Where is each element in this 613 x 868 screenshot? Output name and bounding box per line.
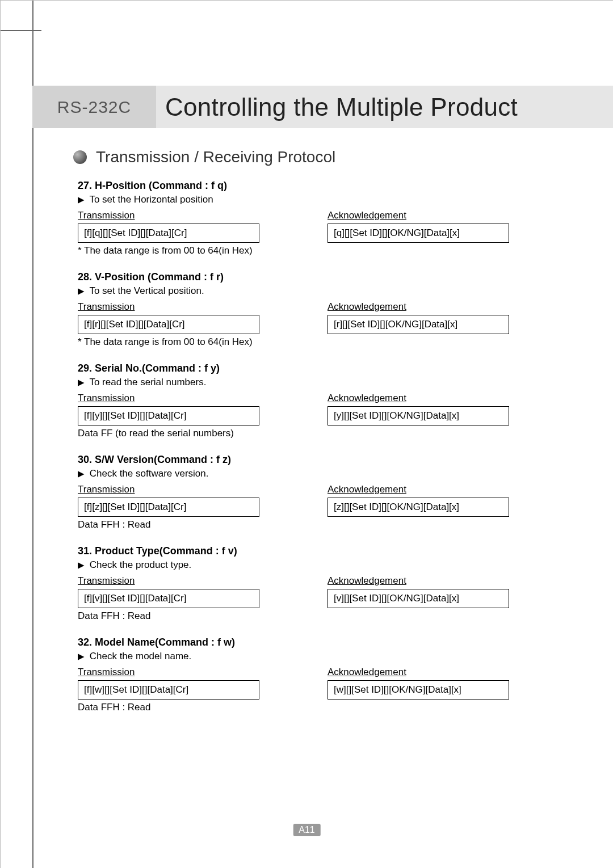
acknowledgement-code: [v][][Set ID][][OK/NG][Data][x] [328, 589, 509, 608]
play-icon: ▶ [78, 469, 85, 478]
transmission-code: [f][w][][Set ID][][Data][Cr] [78, 680, 259, 700]
acknowledgement-code: [z][][Set ID][][OK/NG][Data][x] [328, 498, 509, 517]
transmission-code: [f][z][][Set ID][][Data][Cr] [78, 498, 259, 517]
transmission-code: [f][y][][Set ID][][Data][Cr] [78, 406, 259, 425]
bullet-icon [73, 150, 87, 164]
acknowledgement-column: Acknowledgement[y][][Set ID][][OK/NG][Da… [328, 393, 509, 425]
acknowledgement-column: Acknowledgement[r][][Set ID][][OK/NG][Da… [328, 301, 509, 334]
command-description-text: To read the serial numbers. [89, 377, 206, 387]
acknowledgement-label: Acknowledgement [328, 484, 509, 495]
command-note: * The data range is from 00 to 64(in Hex… [78, 336, 579, 348]
play-icon: ▶ [78, 560, 85, 570]
command-block: 31. Product Type(Command : f v)▶ Check t… [73, 545, 579, 622]
acknowledgement-code: [r][][Set ID][][OK/NG][Data][x] [328, 315, 509, 334]
command-heading: 30. S/W Version(Command : f z) [78, 454, 579, 466]
page-number-text: A11 [299, 825, 314, 835]
play-icon: ▶ [78, 195, 85, 204]
transmission-column: Transmission[f][z][][Set ID][][Data][Cr] [78, 484, 259, 517]
transmission-code: [f][v][][Set ID][][Data][Cr] [78, 589, 259, 608]
transmission-label: Transmission [78, 484, 259, 495]
command-block: 29. Serial No.(Command : f y)▶ To read t… [73, 363, 579, 439]
transmission-label: Transmission [78, 575, 259, 587]
command-block: 30. S/W Version(Command : f z)▶ Check th… [73, 454, 579, 530]
command-heading: 29. Serial No.(Command : f y) [78, 363, 579, 374]
transmission-label: Transmission [78, 210, 259, 221]
acknowledgement-column: Acknowledgement[v][][Set ID][][OK/NG][Da… [328, 575, 509, 608]
command-description: ▶ To set the Vertical position. [78, 285, 579, 297]
tx-ack-row: Transmission[f][z][][Set ID][][Data][Cr]… [78, 484, 579, 517]
acknowledgement-code: [w][][Set ID][][OK/NG][Data][x] [328, 680, 509, 700]
header-badge: RS-232C [32, 86, 156, 128]
command-description: ▶ To read the serial numbers. [78, 377, 579, 388]
decorative-rule-vertical [32, 1, 33, 868]
command-heading: 31. Product Type(Command : f v) [78, 545, 579, 557]
section-title-row: Transmission / Receiving Protocol [73, 148, 579, 166]
transmission-code: [f][q][][Set ID][][Data][Cr] [78, 224, 259, 243]
command-block: 27. H-Position (Command : f q)▶ To set t… [73, 180, 579, 256]
tx-ack-row: Transmission[f][v][][Set ID][][Data][Cr]… [78, 575, 579, 608]
command-description-text: To set the Horizontal position [89, 194, 213, 205]
transmission-code: [f][r][][Set ID][][Data][Cr] [78, 315, 259, 334]
page-number-badge: A11 [293, 824, 320, 836]
acknowledgement-label: Acknowledgement [328, 210, 509, 221]
transmission-column: Transmission[f][r][][Set ID][][Data][Cr] [78, 301, 259, 334]
section-title: Transmission / Receiving Protocol [96, 148, 335, 166]
command-description: ▶ To set the Horizontal position [78, 194, 579, 205]
command-heading: 27. H-Position (Command : f q) [78, 180, 579, 192]
command-note: Data FFH : Read [78, 610, 579, 622]
acknowledgement-label: Acknowledgement [328, 667, 509, 678]
transmission-label: Transmission [78, 301, 259, 313]
command-note: * The data range is from 00 to 64(in Hex… [78, 245, 579, 256]
play-icon: ▶ [78, 377, 85, 387]
command-heading: 28. V-Position (Command : f r) [78, 271, 579, 283]
tx-ack-row: Transmission[f][r][][Set ID][][Data][Cr]… [78, 301, 579, 334]
page-title-text: Controlling the Multiple Product [165, 93, 518, 121]
command-block: 32. Model Name(Command : f w)▶ Check the… [73, 637, 579, 713]
acknowledgement-column: Acknowledgement[z][][Set ID][][OK/NG][Da… [328, 484, 509, 517]
acknowledgement-label: Acknowledgement [328, 575, 509, 587]
tx-ack-row: Transmission[f][q][][Set ID][][Data][Cr]… [78, 210, 579, 243]
acknowledgement-column: Acknowledgement[q][][Set ID][][OK/NG][Da… [328, 210, 509, 243]
command-note: Data FFH : Read [78, 519, 579, 530]
acknowledgement-code: [y][][Set ID][][OK/NG][Data][x] [328, 406, 509, 425]
acknowledgement-code: [q][][Set ID][][OK/NG][Data][x] [328, 224, 509, 243]
command-description-text: Check the software version. [90, 468, 209, 479]
header-badge-text: RS-232C [57, 98, 131, 117]
content-area: Transmission / Receiving Protocol 27. H-… [73, 142, 579, 728]
acknowledgement-column: Acknowledgement[w][][Set ID][][OK/NG][Da… [328, 667, 509, 700]
command-description-text: Check the product type. [90, 559, 192, 570]
transmission-column: Transmission[f][y][][Set ID][][Data][Cr] [78, 393, 259, 425]
acknowledgement-label: Acknowledgement [328, 301, 509, 313]
command-description: ▶ Check the model name. [78, 651, 579, 662]
play-icon: ▶ [78, 286, 85, 296]
command-note: Data FF (to read the serial numbers) [78, 428, 579, 439]
command-heading: 32. Model Name(Command : f w) [78, 637, 579, 648]
command-description: ▶ Check the product type. [78, 559, 579, 571]
transmission-column: Transmission[f][v][][Set ID][][Data][Cr] [78, 575, 259, 608]
transmission-label: Transmission [78, 667, 259, 678]
page-title: Controlling the Multiple Product [165, 86, 518, 128]
command-description-text: To set the Vertical position. [89, 285, 204, 296]
page-container: RS-232C Controlling the Multiple Product… [0, 0, 613, 868]
acknowledgement-label: Acknowledgement [328, 393, 509, 404]
play-icon: ▶ [78, 651, 85, 661]
command-description: ▶ Check the software version. [78, 468, 579, 479]
tx-ack-row: Transmission[f][y][][Set ID][][Data][Cr]… [78, 393, 579, 425]
transmission-column: Transmission[f][w][][Set ID][][Data][Cr] [78, 667, 259, 700]
command-description-text: Check the model name. [90, 651, 192, 661]
transmission-label: Transmission [78, 393, 259, 404]
command-note: Data FFH : Read [78, 702, 579, 713]
transmission-column: Transmission[f][q][][Set ID][][Data][Cr] [78, 210, 259, 243]
tx-ack-row: Transmission[f][w][][Set ID][][Data][Cr]… [78, 667, 579, 700]
command-block: 28. V-Position (Command : f r)▶ To set t… [73, 271, 579, 348]
